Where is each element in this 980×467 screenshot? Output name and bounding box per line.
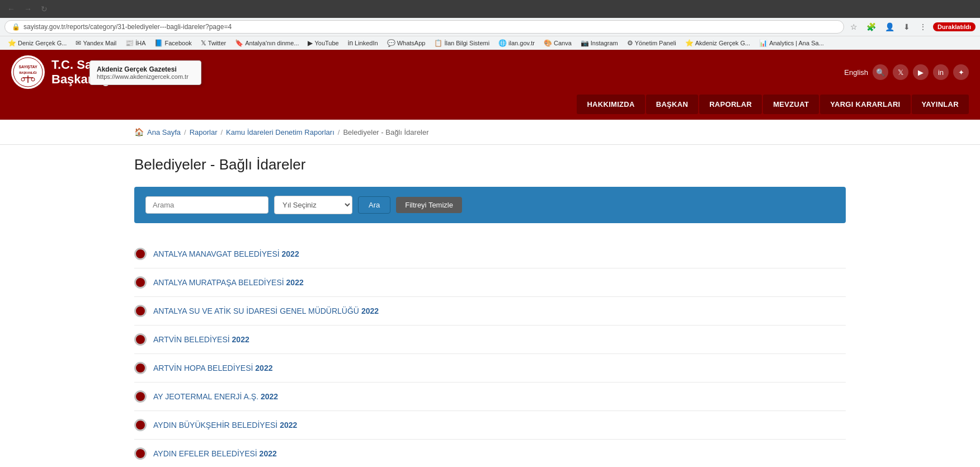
address-bar-row: 🔒 sayistay.gov.tr/reports/category/31-be… — [0, 18, 980, 36]
bookmark-label-canva: Canva — [554, 40, 572, 46]
bookmark-icon-antalya: 🔖 — [235, 39, 243, 47]
lock-icon: 🔒 — [12, 23, 20, 31]
report-item: AYDIN EFELER BELEDİYESİ 2022 — [134, 440, 846, 467]
bookmark-linkedin[interactable]: in LinkedIn — [345, 38, 381, 48]
paused-badge: Duraklatıldı — [933, 22, 976, 31]
report-dot — [134, 419, 147, 431]
menu-btn[interactable]: ⋮ — [916, 21, 930, 32]
bookmark-icon-ilan-gov: 🌐 — [498, 39, 507, 47]
bookmark-akdeniz[interactable]: ⭐ Akdeniz Gerçek G... — [682, 38, 753, 48]
bookmark-label-linkedin: LinkedIn — [355, 40, 378, 46]
nav-yayinlar[interactable]: YAYINLAR — [912, 95, 969, 114]
search-button-filter[interactable]: Ara — [358, 196, 390, 214]
download-btn[interactable]: ⬇ — [901, 21, 913, 32]
nav-raporlar[interactable]: RAPORLAR — [699, 95, 762, 114]
report-link[interactable]: ANTALYA SU VE ATİK SU İDARESİ GENEL MÜDÜ… — [153, 306, 379, 315]
bookmark-icon-canva: 🎨 — [544, 39, 552, 47]
report-link[interactable]: AYDIN EFELER BELEDİYESİ 2022 — [153, 449, 277, 458]
svg-text:SAYIŞTAY: SAYIŞTAY — [18, 65, 37, 69]
report-dot — [134, 362, 147, 374]
bookmark-canva[interactable]: 🎨 Canva — [540, 38, 575, 48]
bookmark-icon-akdeniz: ⭐ — [685, 39, 694, 47]
bookmark-icon-youtube: ▶ — [308, 39, 313, 47]
reload-button[interactable]: ↻ — [38, 3, 50, 15]
url-text: sayistay.gov.tr/reports/category/31-bele… — [23, 23, 232, 31]
breadcrumb-kamu[interactable]: Kamu İdareleri Denetim Raporları — [226, 128, 334, 136]
bookmark-label-iha: İHA — [135, 40, 145, 46]
forward-button[interactable]: → — [21, 3, 35, 15]
breadcrumb-home[interactable]: Ana Sayfa — [147, 128, 181, 136]
bookmark-label-youtube: YouTube — [314, 40, 338, 46]
bookmark-yonetim[interactable]: ⚙ Yönetim Paneli — [624, 38, 680, 48]
clear-filter-button[interactable]: Filtreyi Temizle — [396, 197, 462, 213]
bookmark-icon-instagram: 📷 — [581, 39, 589, 47]
report-year: 2022 — [280, 421, 297, 430]
report-item: AYDIN BÜYÜKŞEHİR BELEDİYESİ 2022 — [134, 411, 846, 440]
report-dot — [134, 390, 147, 403]
breadcrumb-sep1: / — [184, 128, 186, 136]
breadcrumb-sep2: / — [220, 128, 223, 136]
report-year: 2022 — [286, 278, 304, 287]
bookmark-icon-analytics: 📊 — [759, 39, 767, 47]
report-link[interactable]: ANTALYA MURATPAŞA BELEDİYESİ 2022 — [153, 278, 304, 287]
back-button[interactable]: ← — [4, 3, 18, 15]
bookmark-label-antalya: Antalya'nın dinme... — [245, 40, 299, 46]
report-link[interactable]: ARTVİN HOPA BELEDİYESİ 2022 — [153, 364, 272, 372]
bookmark-label-analytics: Analytics | Ana Sa... — [769, 40, 824, 46]
search-button[interactable]: 🔍 — [873, 64, 888, 80]
nav-yargi[interactable]: YARGI KARARLARI — [820, 95, 910, 114]
bookmark-ilan-gov[interactable]: 🌐 ilan.gov.tr — [495, 38, 538, 48]
report-year: 2022 — [232, 335, 249, 344]
breadcrumb-current: Belediyeler - Bağlı İdareler — [343, 128, 428, 136]
report-year: 2022 — [282, 249, 299, 258]
bookmark-antalya[interactable]: 🔖 Antalya'nın dinme... — [232, 38, 302, 48]
bookmark-label-ilan-bilgi: İlan Bilgi Sistemi — [444, 40, 489, 46]
tooltip-url: https://www.akdenizgercek.com.tr — [97, 73, 194, 80]
bookmark-twitter[interactable]: 𝕏 Twitter — [197, 38, 229, 48]
bookmark-whatsapp[interactable]: 💬 WhatsApp — [384, 38, 429, 48]
bookmark-label-instagram: Instagram — [591, 40, 618, 46]
tooltip-name: Akdeniz Gerçek Gazetesi — [97, 65, 194, 73]
browser-chrome: ← → ↻ — [0, 0, 980, 18]
bookmark-iha[interactable]: 📰 İHA — [122, 38, 149, 48]
bookmark-analytics[interactable]: 📊 Analytics | Ana Sa... — [756, 38, 827, 48]
report-year: 2022 — [361, 306, 379, 315]
report-year: 2022 — [255, 364, 272, 372]
bookmark-icon-deniz: ⭐ — [8, 39, 16, 47]
social-other-button[interactable]: ✦ — [953, 64, 969, 80]
report-item: AY JEOTERMAL ENERJİ A.Ş. 2022 — [134, 383, 846, 411]
bookmark-label-twitter: Twitter — [208, 40, 226, 46]
bookmark-ilan-bilgi[interactable]: 📋 İlan Bilgi Sistemi — [431, 38, 493, 48]
address-bar[interactable]: 🔒 sayistay.gov.tr/reports/category/31-be… — [4, 20, 844, 34]
nav-baskan[interactable]: BAŞKAN — [646, 95, 698, 114]
bookmark-star[interactable]: ☆ — [847, 21, 860, 32]
report-link[interactable]: AY JEOTERMAL ENERJİ A.Ş. 2022 — [153, 392, 278, 401]
report-link[interactable]: ARTVİN BELEDİYESİ 2022 — [153, 335, 249, 344]
youtube-header-button[interactable]: ▶ — [913, 64, 929, 80]
report-item: ANTALYA MURATPAŞA BELEDİYESİ 2022 — [134, 268, 846, 297]
report-item: ARTVİN HOPA BELEDİYESİ 2022 — [134, 354, 846, 383]
nav-mevzuat[interactable]: MEVZUAT — [763, 95, 819, 114]
year-select[interactable]: Yıl Seçiniz 2022 2021 2020 2019 2018 — [274, 196, 352, 214]
report-dot — [134, 248, 147, 260]
linkedin-header-button[interactable]: in — [933, 64, 949, 80]
bookmark-deniz[interactable]: ⭐ Deniz Gerçek G... — [4, 38, 70, 48]
header-social: English 🔍 𝕏 ▶ in ✦ — [844, 64, 969, 80]
main-nav: HAKKIMIZDA BAŞKAN RAPORLAR MEVZUAT YARGI… — [0, 95, 980, 120]
search-input[interactable] — [145, 196, 268, 214]
bookmark-icon-twitter: 𝕏 — [201, 39, 206, 47]
breadcrumb-raporlar[interactable]: Raporlar — [190, 128, 218, 136]
bookmark-label-whatsapp: WhatsApp — [397, 40, 426, 46]
bookmark-instagram[interactable]: 📷 Instagram — [577, 38, 621, 48]
bookmark-yandex[interactable]: ✉ Yandex Mail — [72, 38, 120, 48]
extension-btn[interactable]: 🧩 — [864, 21, 879, 32]
bookmark-youtube[interactable]: ▶ YouTube — [304, 38, 342, 48]
twitter-header-button[interactable]: 𝕏 — [893, 64, 908, 80]
nav-hakkimizda[interactable]: HAKKIMIZDA — [577, 95, 644, 114]
bookmark-facebook[interactable]: 📘 Facebook — [151, 38, 195, 48]
report-link[interactable]: AYDIN BÜYÜKŞEHİR BELEDİYESİ 2022 — [153, 421, 297, 430]
bookmark-label-deniz: Deniz Gerçek G... — [18, 40, 67, 46]
bookmark-label-akdeniz: Akdeniz Gerçek G... — [695, 40, 750, 46]
profile-btn[interactable]: 👤 — [882, 21, 897, 32]
report-link[interactable]: ANTALYA MANAVGAT BELEDİYESİ 2022 — [153, 249, 299, 258]
